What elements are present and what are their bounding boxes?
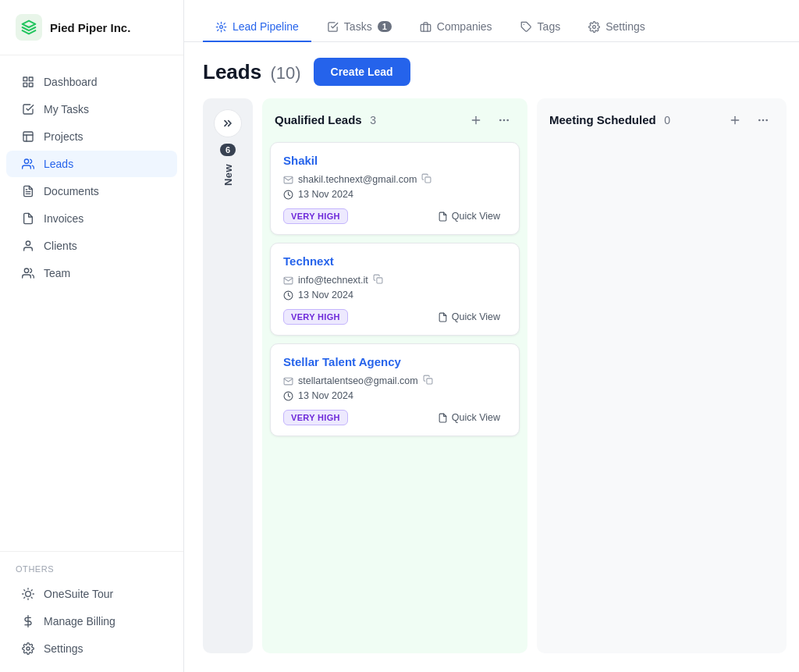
lead-card[interactable]: Technext info@technext.it 13 Nov 2024 VE…	[270, 243, 520, 336]
grid-icon	[22, 76, 34, 88]
user-icon	[22, 240, 34, 252]
more-horizontal-icon	[498, 114, 510, 126]
others-label: Others	[0, 561, 183, 580]
tab-label: Tasks	[344, 20, 372, 33]
tab-settings[interactable]: Settings	[576, 12, 658, 42]
svg-line-16	[31, 597, 32, 598]
sidebar-item-label: Documents	[44, 185, 99, 197]
sidebar-nav: Dashboard My Tasks Projects Leads Docume…	[0, 55, 183, 551]
tab-tasks[interactable]: Tasks 1	[314, 12, 404, 42]
document-icon	[438, 212, 448, 222]
lead-name: Stellar Talent Agency	[283, 355, 506, 368]
company-name: Pied Piper Inc.	[50, 21, 130, 34]
sidebar-item-clients[interactable]: Clients	[6, 233, 177, 259]
sidebar-item-label: Team	[44, 267, 70, 279]
main-content: Lead Pipeline Tasks 1 Companies Tags Set…	[184, 0, 799, 672]
quick-view-label: Quick View	[452, 311, 500, 322]
svg-rect-0	[23, 77, 27, 81]
tasks-badge: 1	[378, 21, 392, 32]
col-add-button[interactable]	[465, 109, 487, 131]
sidebar-item-label: Invoices	[44, 212, 83, 225]
col-menu-button[interactable]	[752, 109, 774, 131]
sidebar-item-label: Projects	[44, 130, 83, 143]
quick-view-label: Quick View	[452, 412, 500, 423]
col-menu-button[interactable]	[493, 109, 515, 131]
new-column-label: New	[222, 164, 234, 186]
lead-footer: VERY HIGH Quick View	[283, 208, 506, 225]
page-title: Leads (10)	[203, 60, 301, 84]
companies-icon	[420, 21, 431, 33]
sidebar-item-invoices[interactable]: Invoices	[6, 205, 177, 232]
sidebar-item-label: Settings	[44, 642, 83, 655]
clock-icon	[283, 190, 293, 200]
sidebar-item-dashboard[interactable]: Dashboard	[6, 69, 177, 95]
svg-point-29	[500, 119, 501, 120]
svg-point-40	[759, 119, 760, 120]
lead-date-row: 13 Nov 2024	[283, 189, 506, 200]
sidebar-item-documents[interactable]: Documents	[6, 178, 177, 204]
quick-view-button[interactable]: Quick View	[431, 409, 506, 426]
settings-tab-icon	[588, 21, 600, 33]
sidebar-item-label: My Tasks	[44, 103, 89, 116]
lead-footer: VERY HIGH Quick View	[283, 308, 506, 325]
sidebar-item-my-tasks[interactable]: My Tasks	[6, 96, 177, 123]
lead-date: 13 Nov 2024	[298, 390, 353, 401]
priority-badge: VERY HIGH	[283, 410, 348, 425]
sidebar-item-team[interactable]: Team	[6, 260, 177, 286]
copy-email-button[interactable]	[373, 274, 383, 286]
col-title-area: Meeting Scheduled 0	[549, 113, 670, 127]
quick-view-button[interactable]: Quick View	[431, 208, 506, 225]
tab-label: Settings	[605, 20, 645, 33]
svg-rect-3	[23, 83, 27, 87]
copy-icon	[423, 375, 433, 385]
column-meeting-scheduled: Meeting Scheduled 0	[537, 98, 787, 653]
copy-icon	[421, 173, 431, 183]
col-add-button[interactable]	[724, 109, 746, 131]
svg-point-30	[503, 119, 504, 120]
new-column-badge: 6	[220, 144, 236, 156]
users-icon	[22, 158, 34, 170]
svg-point-10	[26, 241, 30, 245]
lead-card[interactable]: Stellar Talent Agency stellartalentseo@g…	[270, 343, 520, 436]
lead-date-row: 13 Nov 2024	[283, 290, 506, 300]
column-header: Qualified Leads 3	[262, 98, 527, 139]
sidebar-item-settings[interactable]: Settings	[6, 635, 177, 662]
sidebar-item-leads[interactable]: Leads	[6, 151, 177, 177]
kanban-board: 6 New Qualified Leads 3	[184, 98, 799, 672]
priority-badge: VERY HIGH	[283, 208, 348, 224]
sidebar-item-onesuite-tour[interactable]: OneSuite Tour	[6, 581, 177, 607]
tab-tags[interactable]: Tags	[508, 12, 574, 42]
tab-companies[interactable]: Companies	[407, 12, 505, 42]
svg-rect-34	[377, 278, 382, 283]
svg-point-12	[26, 592, 31, 597]
copy-email-button[interactable]	[423, 375, 433, 387]
col-count: 0	[664, 114, 670, 126]
lead-email: shakil.technext@gmail.com	[298, 174, 417, 185]
pipeline-icon	[215, 21, 227, 33]
create-lead-button[interactable]: Create Lead	[314, 58, 410, 86]
tab-lead-pipeline[interactable]: Lead Pipeline	[203, 12, 311, 42]
col-count: 3	[370, 114, 376, 126]
sidebar-logo: Pied Piper Inc.	[0, 0, 183, 55]
lead-card[interactable]: Shakil shakil.technext@gmail.com 13 Nov …	[270, 142, 520, 235]
new-column-toggle[interactable]	[214, 109, 242, 137]
sidebar-item-manage-billing[interactable]: Manage Billing	[6, 608, 177, 635]
col-title-area: Qualified Leads 3	[275, 113, 376, 127]
svg-rect-24	[421, 24, 431, 31]
copy-email-button[interactable]	[421, 173, 431, 186]
top-tabs: Lead Pipeline Tasks 1 Companies Tags Set…	[184, 0, 799, 42]
plus-icon	[470, 114, 482, 126]
tab-label: Tags	[538, 20, 561, 33]
clock-icon	[283, 391, 293, 401]
layout-icon	[22, 130, 34, 143]
column-qualified-leads: Qualified Leads 3 Shakil	[262, 98, 527, 653]
sidebar-item-projects[interactable]: Projects	[6, 123, 177, 150]
quick-view-button[interactable]: Quick View	[431, 308, 506, 325]
collapse-icon	[222, 117, 234, 130]
sidebar-item-label: OneSuite Tour	[44, 588, 113, 600]
svg-point-41	[762, 119, 763, 120]
lead-name: Technext	[283, 254, 506, 268]
new-column[interactable]: 6 New	[203, 98, 253, 653]
svg-point-42	[766, 119, 767, 120]
priority-badge: VERY HIGH	[283, 309, 348, 325]
